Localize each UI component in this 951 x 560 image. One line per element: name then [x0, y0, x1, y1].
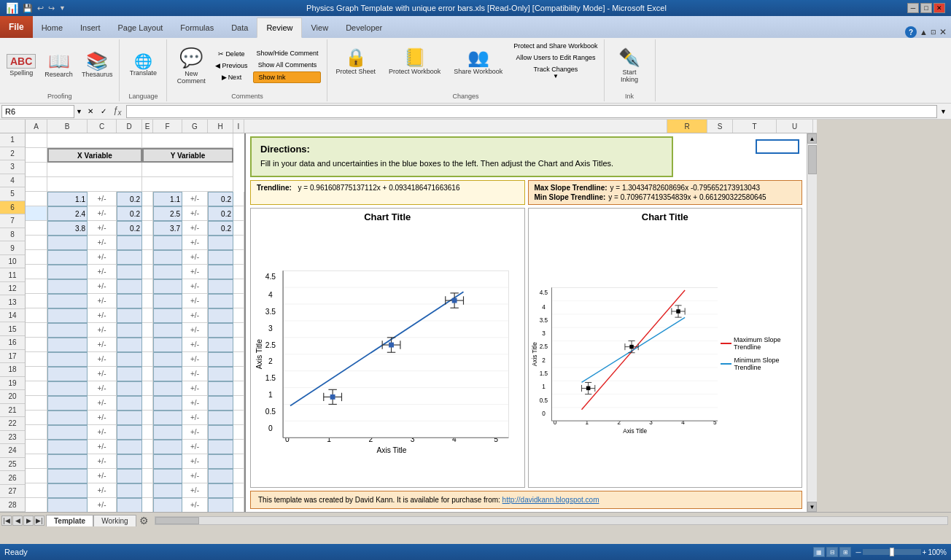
- y-err-empty[interactable]: [208, 498, 233, 512]
- zoom-slider[interactable]: [863, 549, 921, 555]
- row-header-3[interactable]: 3: [0, 160, 25, 174]
- y-val-empty[interactable]: [153, 425, 182, 440]
- row-header-24[interactable]: 24: [0, 444, 25, 458]
- y-err-empty[interactable]: [208, 250, 233, 265]
- row-header-11[interactable]: 11: [0, 268, 25, 282]
- row-header-26[interactable]: 26: [0, 471, 25, 485]
- x-err-empty[interactable]: [117, 440, 142, 454]
- col-header-e[interactable]: E: [142, 120, 153, 133]
- show-ink-button[interactable]: Show Ink: [253, 71, 321, 83]
- x-val-empty[interactable]: [47, 323, 88, 338]
- window-controls-icon[interactable]: ⊡: [931, 28, 936, 36]
- sheet-tab-working[interactable]: Working: [93, 515, 136, 526]
- x-err-empty[interactable]: [117, 367, 142, 381]
- x-err-empty[interactable]: [117, 294, 142, 308]
- x-val-empty[interactable]: [47, 308, 88, 323]
- col-header-u[interactable]: U: [777, 120, 813, 133]
- x-val-empty[interactable]: [47, 265, 88, 279]
- share-workbook-button[interactable]: 👥 Share Workbook: [449, 45, 508, 77]
- x-err-empty[interactable]: [117, 498, 142, 512]
- protect-and-share-button[interactable]: Protect and Share Workbook: [511, 41, 600, 51]
- y-val-empty[interactable]: [153, 265, 182, 279]
- cell-a-empty[interactable]: [26, 440, 47, 454]
- horizontal-scrollbar-area[interactable]: [152, 516, 951, 525]
- y-val-3[interactable]: 3.7: [153, 221, 182, 236]
- page-layout-btn[interactable]: ⊟: [826, 547, 838, 557]
- x-err-empty[interactable]: [117, 308, 142, 323]
- scroll-down-btn[interactable]: ▼: [807, 502, 817, 512]
- formula-expand-icon[interactable]: ▼: [940, 108, 947, 115]
- cell-a-empty[interactable]: [26, 498, 47, 512]
- col-header-i[interactable]: I: [233, 120, 244, 133]
- x-val-empty[interactable]: [47, 352, 88, 367]
- cell-fgh3[interactable]: [142, 163, 233, 177]
- spelling-button[interactable]: ABC Spelling: [3, 52, 39, 79]
- x-val-3[interactable]: 3.8: [47, 221, 88, 236]
- x-err-empty[interactable]: [117, 396, 142, 411]
- y-val-empty[interactable]: [153, 367, 182, 381]
- previous-button[interactable]: ◀ Previous: [212, 61, 250, 71]
- y-err-empty[interactable]: [208, 440, 233, 454]
- row-header-22[interactable]: 22: [0, 417, 25, 431]
- cell-a-empty[interactable]: [26, 265, 47, 279]
- col-header-s[interactable]: S: [707, 120, 733, 133]
- cell-bcd4[interactable]: [47, 177, 142, 192]
- x-err-empty[interactable]: [117, 483, 142, 498]
- cell-bcd3[interactable]: [47, 163, 142, 177]
- cell-a-empty[interactable]: [26, 396, 47, 411]
- col-header-t[interactable]: T: [733, 120, 777, 133]
- horizontal-scrollbar[interactable]: [155, 516, 948, 525]
- y-err-empty[interactable]: [208, 265, 233, 279]
- y-err-empty[interactable]: [208, 411, 233, 425]
- cell-fgh4[interactable]: [142, 177, 233, 192]
- cell-a-empty[interactable]: [26, 294, 47, 308]
- footer-link[interactable]: http://davidkann.blogspot.com: [502, 496, 599, 504]
- cancel-formula-btn[interactable]: ✕: [85, 106, 96, 117]
- normal-view-btn[interactable]: ▦: [813, 547, 825, 557]
- x-err-empty[interactable]: [117, 323, 142, 338]
- x-val-empty[interactable]: [47, 250, 88, 265]
- track-changes-button[interactable]: Track Changes ▼: [511, 64, 600, 81]
- y-err-empty[interactable]: [208, 454, 233, 469]
- row-header-10[interactable]: 10: [0, 255, 25, 269]
- y-err-3[interactable]: 0.2: [208, 221, 233, 236]
- row-header-19[interactable]: 19: [0, 377, 25, 391]
- y-val-empty[interactable]: [153, 454, 182, 469]
- row-header-25[interactable]: 25: [0, 458, 25, 472]
- zoom-thumb[interactable]: [890, 548, 894, 556]
- new-comment-button[interactable]: 💬 NewComment: [173, 44, 209, 87]
- x-val-empty[interactable]: [47, 498, 88, 512]
- scroll-track-v[interactable]: [807, 144, 817, 502]
- sheet-nav[interactable]: |◀ ◀ ▶ ▶|: [0, 516, 46, 526]
- selected-cell-r6[interactable]: [756, 139, 799, 154]
- delete-button[interactable]: ✂ Delete: [212, 49, 250, 59]
- tab-developer[interactable]: Developer: [337, 18, 391, 38]
- row-header-1[interactable]: 1: [0, 133, 25, 147]
- x-val-empty[interactable]: [47, 411, 88, 425]
- cell-a-empty[interactable]: [26, 279, 47, 294]
- row-header-14[interactable]: 14: [0, 309, 25, 323]
- research-button[interactable]: 📖 Research: [41, 50, 77, 80]
- x-err-empty[interactable]: [117, 454, 142, 469]
- x-err-empty[interactable]: [117, 279, 142, 294]
- sheet-nav-first[interactable]: |◀: [1, 516, 12, 526]
- formula-input[interactable]: [126, 105, 937, 118]
- scroll-thumb-v[interactable]: [808, 145, 817, 174]
- sheet-tab-template[interactable]: Template: [46, 515, 93, 526]
- thesaurus-button[interactable]: 📚 Thesaurus: [78, 50, 117, 80]
- tab-home[interactable]: Home: [33, 18, 71, 38]
- row-header-2[interactable]: 2: [0, 147, 25, 161]
- tab-data[interactable]: Data: [222, 18, 257, 38]
- y-val-empty[interactable]: [153, 440, 182, 454]
- cell-a-empty[interactable]: [26, 352, 47, 367]
- tab-insert[interactable]: Insert: [71, 18, 109, 38]
- x-err-empty[interactable]: [117, 425, 142, 440]
- x-err-empty[interactable]: [117, 469, 142, 483]
- cell-a-empty[interactable]: [26, 483, 47, 498]
- quick-access-undo[interactable]: ↩: [37, 4, 44, 13]
- cell-a3[interactable]: [26, 163, 47, 177]
- sheet-nav-prev[interactable]: ◀: [12, 516, 23, 526]
- ribbon-minimize-icon[interactable]: ▲: [920, 28, 928, 36]
- cell-a6[interactable]: [26, 206, 47, 221]
- x-val-empty[interactable]: [47, 469, 88, 483]
